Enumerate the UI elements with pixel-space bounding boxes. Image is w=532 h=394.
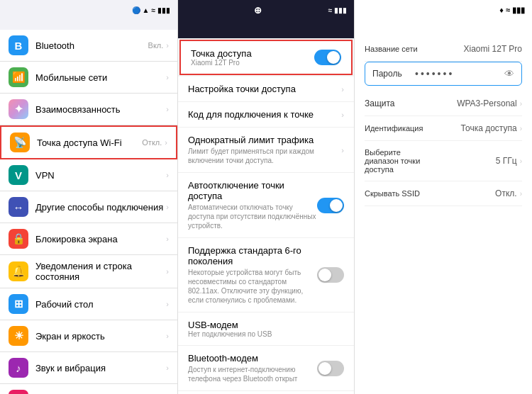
- settings-item-desktop[interactable]: ⊞ Рабочий стол ›: [0, 288, 177, 320]
- hide-ssid-label: Скрывать SSID: [365, 189, 428, 198]
- bt-modem-label: Bluetooth-модем: [188, 353, 317, 364]
- interconnect-label: Взаимосвязанность: [35, 104, 166, 115]
- config-title: [355, 28, 532, 37]
- hotspot-item-ethernet[interactable]: Отправить через Ethernet›: [178, 391, 354, 394]
- configure-label: Настройка точки доступа: [188, 84, 341, 94]
- bt-modem-desc: Доступ к интернет-подключению телефона ч…: [188, 365, 317, 383]
- config-status-bar: ♦ ≈ ▮▮▮: [355, 0, 532, 20]
- interconnect-icon: ✦: [9, 99, 28, 119]
- hotspot-toggle-toggle[interactable]: [314, 50, 341, 65]
- password-value: •••••••: [415, 68, 504, 79]
- settings-item-display[interactable]: ☀ Экран и яркость ›: [0, 320, 177, 352]
- auto-off-toggle[interactable]: [317, 198, 344, 213]
- hide-ssid-chevron: ›: [520, 190, 522, 198]
- status-icons-1: 🔵 ▲ ≈ ▮▮▮: [132, 6, 170, 14]
- config-row-password[interactable]: Пароль ••••••• 👁: [365, 62, 522, 86]
- band-label: Выберите диапазон точки доступа: [365, 148, 428, 174]
- vpn-label: VPN: [35, 170, 166, 181]
- desktop-icon: ⊞: [9, 294, 28, 314]
- other-chevron: ›: [166, 203, 169, 211]
- password-label: Пароль: [372, 69, 415, 79]
- eye-icon[interactable]: 👁: [504, 68, 514, 79]
- config-nav: [355, 20, 532, 28]
- settings-item-mobile[interactable]: 📶 Мобильные сети ›: [0, 62, 177, 94]
- desktop-label: Рабочий стол: [35, 299, 166, 310]
- settings-item-other[interactable]: ↔ Другие способы подключения ›: [0, 191, 177, 223]
- settings-item-sound[interactable]: ♪ Звук и вибрация ›: [0, 352, 177, 384]
- hotspot-chevron: ›: [165, 138, 167, 147]
- hotspot-item-configure[interactable]: Настройка точки доступа›: [178, 77, 354, 102]
- band-value: 5 ГГц: [428, 156, 517, 166]
- settings-item-notifications[interactable]: 🔔 Уведомления и строка состояния ›: [0, 255, 177, 288]
- screenlock-label: Блокировка экрана: [35, 234, 166, 244]
- settings-item-wallpaper[interactable]: 🖼 Обои и персонализация ›: [0, 384, 177, 394]
- other-label: Другие способы подключения: [35, 202, 166, 213]
- hotspot-toggle-label: Точка доступа: [191, 48, 314, 59]
- traffic-limit-label: Однократный лимит трафика: [188, 135, 341, 145]
- usb-modem-label: USB-модем: [188, 320, 344, 330]
- hotspot-item-auto-off[interactable]: Автоотключение точки доступаАвтоматическ…: [178, 173, 354, 238]
- config-row-band[interactable]: Выберите диапазон точки доступа 5 ГГц ›: [365, 141, 522, 181]
- hotspot-label: Точка доступа Wi-Fi: [37, 137, 142, 148]
- network-name-label: Название сети: [365, 45, 428, 53]
- sound-chevron: ›: [166, 364, 169, 372]
- 6gen-desc: Некоторые устройства могут быть несовмес…: [188, 268, 317, 305]
- config-status-icons: ♦ ≈ ▮▮▮: [499, 6, 525, 15]
- link-icon: ⊕: [254, 5, 262, 16]
- auto-off-desc: Автоматически отключать точку доступа пр…: [188, 203, 317, 230]
- signal-icon: ▲: [143, 6, 150, 14]
- notifications-icon: 🔔: [9, 261, 28, 281]
- display-chevron: ›: [166, 332, 169, 340]
- hotspot-item-bt-modem[interactable]: Bluetooth-модемДоступ к интернет-подключ…: [178, 346, 354, 391]
- bt-modem-toggle[interactable]: [317, 361, 344, 376]
- settings-item-vpn[interactable]: V VPN ›: [0, 159, 177, 191]
- settings-title: [0, 20, 177, 30]
- settings-list: B Bluetooth Вкл. › 📶 Мобильные сети › ✦ …: [0, 30, 177, 394]
- settings-item-bluetooth[interactable]: B Bluetooth Вкл. ›: [0, 30, 177, 62]
- config-row-hide-ssid[interactable]: Скрывать SSID Откл. ›: [365, 181, 522, 206]
- mobile-label: Мобильные сети: [35, 72, 166, 83]
- settings-item-hotspot[interactable]: 📡 Точка доступа Wi-Fi Откл. ›: [0, 125, 177, 159]
- hotspot-value: Откл.: [142, 138, 162, 147]
- dark-status-bar: ⊕ ≈ ▮▮▮: [178, 0, 354, 20]
- vpn-icon: V: [9, 165, 28, 185]
- status-bar-1: 🔵 ▲ ≈ ▮▮▮: [0, 0, 177, 20]
- identity-chevron: ›: [520, 125, 522, 133]
- config-list: Название сети Xiaomi 12T Pro Пароль ••••…: [355, 37, 532, 394]
- hotspot-item-6gen[interactable]: Поддержка стандарта 6-го поколенияНекото…: [178, 238, 354, 313]
- display-icon: ☀: [9, 326, 28, 346]
- settings-item-screenlock[interactable]: 🔒 Блокировка экрана ›: [0, 223, 177, 255]
- config-row-protection[interactable]: Защита WPA3-Personal ›: [365, 91, 522, 116]
- display-label: Экран и яркость: [35, 331, 166, 342]
- identity-value: Точка доступа: [428, 123, 517, 133]
- hotspot-item-hotspot-toggle[interactable]: Точка доступаXiaomi 12T Pro: [179, 40, 353, 75]
- sound-label: Звук и вибрация: [35, 363, 166, 373]
- settings-item-interconnect[interactable]: ✦ Взаимосвязанность ›: [0, 94, 177, 125]
- protection-label: Защита: [365, 98, 421, 108]
- config-row-network-name[interactable]: Название сети Xiaomi 12T Pro: [365, 37, 522, 62]
- 6gen-label: Поддержка стандарта 6-го поколения: [188, 245, 317, 266]
- status-icons-2: ≈ ▮▮▮: [328, 6, 347, 14]
- hotspot-item-traffic-limit[interactable]: Однократный лимит трафикаЛимит будет при…: [178, 128, 354, 173]
- panel-settings: 🔵 ▲ ≈ ▮▮▮ B Bluetooth Вкл. › 📶 Мобильные…: [0, 0, 177, 394]
- notifications-chevron: ›: [166, 267, 169, 276]
- hotspot-item-usb-modem[interactable]: USB-модемНет подключения по USB: [178, 313, 354, 346]
- config-row-identity[interactable]: Идентификация Точка доступа ›: [365, 116, 522, 141]
- traffic-limit-desc: Лимит будет применяться при каждом включ…: [188, 147, 341, 165]
- traffic-limit-chevron: ›: [341, 146, 344, 154]
- wifi-icon: ≈: [152, 6, 156, 14]
- battery-icon: ▮▮▮: [157, 6, 170, 14]
- identity-label: Идентификация: [365, 124, 428, 133]
- screenlock-chevron: ›: [166, 235, 169, 243]
- bluetooth-chevron: ›: [166, 41, 169, 50]
- protection-value: WPA3-Personal: [421, 98, 517, 108]
- hotspot-list: Точка доступаXiaomi 12T Pro Настройка то…: [178, 38, 354, 394]
- configure-chevron: ›: [341, 85, 344, 94]
- mobile-icon: 📶: [9, 67, 28, 87]
- status-right-2: ≈ ▮▮▮: [328, 6, 347, 14]
- other-icon: ↔: [9, 197, 28, 217]
- network-name-value: Xiaomi 12T Pro: [428, 44, 522, 54]
- 6gen-toggle[interactable]: [317, 267, 344, 283]
- hotspot-item-connect-code[interactable]: Код для подключения к точке›: [178, 102, 354, 128]
- mobile-chevron: ›: [166, 73, 169, 81]
